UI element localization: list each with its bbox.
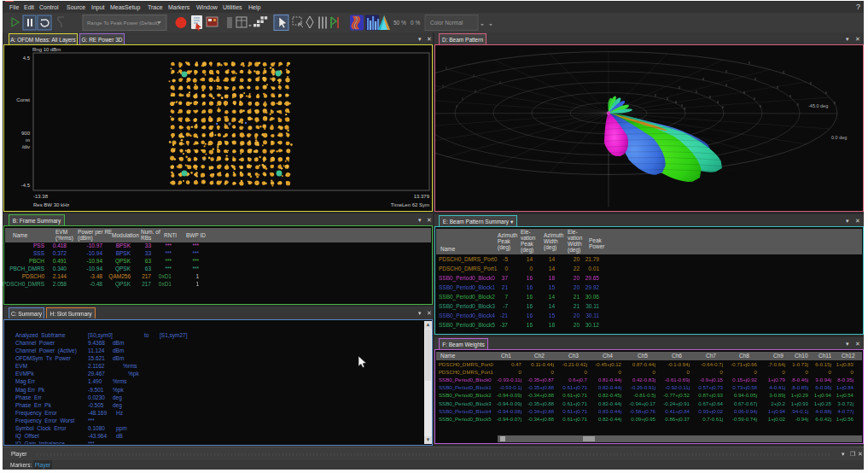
svg-text:Const: Const [16, 97, 30, 102]
svg-text:50 %: 50 % [393, 20, 406, 26]
svg-text:13.379: 13.379 [414, 194, 430, 199]
svg-text:4.5: 4.5 [23, 55, 31, 61]
svg-text:TimeLen 62 Sym: TimeLen 62 Sym [391, 202, 429, 207]
svg-text:900: 900 [21, 131, 31, 136]
svg-text:Res BW 30 kHz: Res BW 30 kHz [33, 202, 69, 207]
svg-text:m: m [26, 137, 30, 143]
svg-text:/div: /div [22, 144, 30, 149]
svg-text:0.0 deg: 0.0 deg [831, 135, 847, 140]
svg-text:0 %: 0 % [411, 20, 420, 26]
svg-text:-13.38: -13.38 [33, 194, 49, 199]
svg-text:-45.0 deg: -45.0 deg [808, 103, 828, 108]
svg-text:Range To Peak Power (Default): Range To Peak Power (Default) [87, 20, 159, 26]
svg-text:Rng 10 dBm: Rng 10 dBm [32, 47, 61, 52]
svg-text:-4.5: -4.5 [21, 183, 31, 188]
svg-text:Color Normal: Color Normal [430, 20, 463, 26]
